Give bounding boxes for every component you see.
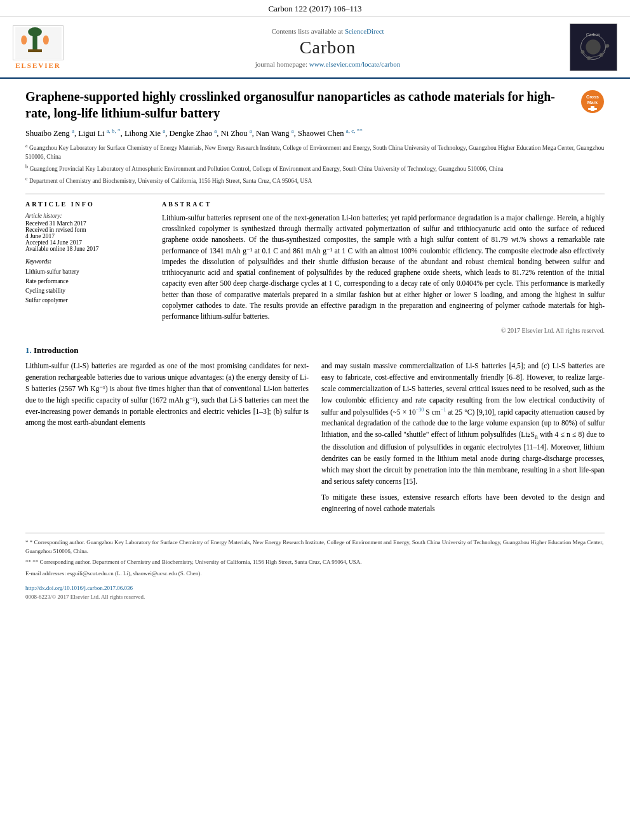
elsevier-text: ELSEVIER <box>15 62 61 69</box>
email-line: E-mail addresses: esguili@scut.edu.cn (L… <box>25 570 605 578</box>
received-revised-label: Received in revised form <box>25 227 149 233</box>
section-title-text: Introduction <box>34 345 79 355</box>
article-title-area: Graphene-supported highly crosslinked or… <box>25 88 605 121</box>
affiliations-section: a Guangzhou Key Laboratory for Surface C… <box>25 142 605 186</box>
article-title-text: Graphene-supported highly crosslinked or… <box>25 88 574 121</box>
svg-text:Cross: Cross <box>586 95 599 99</box>
crossmark-logo[interactable]: Cross Mark <box>580 90 605 114</box>
article-info-abstract: ARTICLE INFO Article history: Received 3… <box>25 201 605 335</box>
keyword-4: Sulfur copolymer <box>25 296 149 305</box>
received-date: Received 31 March 2017 <box>25 220 149 227</box>
intro-col-right: and may sustain massive commercializatio… <box>321 361 605 520</box>
affiliation-b: b Guangdong Provincial Key Laboratory of… <box>25 163 605 173</box>
divider-1 <box>25 194 605 194</box>
affiliation-c: c Department of Chemistry and Biochemist… <box>25 175 605 185</box>
svg-point-4 <box>21 35 27 44</box>
history-label: Article history: <box>25 213 149 219</box>
abstract-text: Lithium-sulfur batteries represent one o… <box>162 213 605 323</box>
keyword-3: Cycling stability <box>25 286 149 296</box>
available-date: Available online 18 June 2017 <box>25 246 149 252</box>
introduction-section: 1. Introduction Lithium-sulfur (Li-S) ba… <box>25 345 605 520</box>
intro-col-left: Lithium-sulfur (Li-S) batteries are rega… <box>25 361 309 520</box>
svg-point-13 <box>605 44 609 48</box>
intro-right-para: and may sustain massive commercializatio… <box>321 361 605 487</box>
keyword-2: Rate performance <box>25 277 149 286</box>
article-info-heading: ARTICLE INFO <box>25 201 149 208</box>
journal-right: Carbon <box>560 23 617 71</box>
intro-right-para-2: To mitigate these issues, extensive rese… <box>321 492 605 515</box>
svg-text:Carbon: Carbon <box>586 32 601 37</box>
abstract-column: ABSTRACT Lithium-sulfur batteries repres… <box>162 201 605 335</box>
svg-rect-21 <box>588 108 597 110</box>
abstract-heading: ABSTRACT <box>162 201 605 208</box>
copyright-notice: © 2017 Elsevier Ltd. All rights reserved… <box>162 327 605 334</box>
section-number: 1. <box>25 345 32 355</box>
footer-area: * * Corresponding author. Guangzhou Key … <box>25 533 605 601</box>
issn-line: 0008-6223/© 2017 Elsevier Ltd. All right… <box>25 593 605 602</box>
received-revised-date: 4 June 2017 <box>25 233 149 239</box>
authors-line: Shuaibo Zeng a, Ligui Li a, b, *, Lihong… <box>25 128 605 138</box>
intro-left-para: Lithium-sulfur (Li-S) batteries are rega… <box>25 361 309 429</box>
footnote-2: ** ** Corresponding author. Department o… <box>25 558 605 567</box>
article-history-group: Article history: Received 31 March 2017 … <box>25 213 149 252</box>
introduction-header: 1. Introduction <box>25 345 605 356</box>
keyword-1: Lithium-sulfur battery <box>25 267 149 277</box>
article-info-column: ARTICLE INFO Article history: Received 3… <box>25 201 149 335</box>
keywords-group: Keywords: Lithium-sulfur battery Rate pe… <box>25 258 149 306</box>
doi-line[interactable]: http://dx.doi.org/10.1016/j.carbon.2017.… <box>25 584 605 593</box>
svg-text:Mark: Mark <box>587 100 598 105</box>
contents-line: Contents lists available at ScienceDirec… <box>95 27 560 35</box>
affiliation-a: a Guangzhou Key Laboratory for Surface C… <box>25 142 605 161</box>
elsevier-logo-image <box>13 25 64 60</box>
journal-title: Carbon <box>95 37 560 58</box>
svg-point-2 <box>28 27 42 37</box>
keywords-label: Keywords: <box>25 258 149 265</box>
homepage-link[interactable]: www.elsevier.com/locate/carbon <box>309 60 400 68</box>
article-body: Graphene-supported highly crosslinked or… <box>0 79 630 611</box>
citation-bar: Carbon 122 (2017) 106–113 <box>0 0 630 17</box>
footnote-1: * * Corresponding author. Guangzhou Key … <box>25 538 605 556</box>
svg-point-5 <box>43 35 48 44</box>
logo-area: ELSEVIER <box>13 25 95 69</box>
elsevier-logo: ELSEVIER <box>13 25 64 69</box>
sciencedirect-link[interactable]: ScienceDirect <box>345 27 384 35</box>
footer-columns: * * Corresponding author. Guangzhou Key … <box>25 538 605 580</box>
svg-point-8 <box>586 39 600 54</box>
footer-left: * * Corresponding author. Guangzhou Key … <box>25 538 605 580</box>
accepted-date: Accepted 14 June 2017 <box>25 239 149 246</box>
journal-thumbnail: Carbon <box>570 23 617 71</box>
citation-text: Carbon 122 (2017) 106–113 <box>268 4 361 13</box>
homepage-line: journal homepage: www.elsevier.com/locat… <box>95 60 560 68</box>
journal-center: Contents lists available at ScienceDirec… <box>95 27 560 68</box>
journal-header: ELSEVIER Contents lists available at Sci… <box>0 17 630 79</box>
introduction-body: Lithium-sulfur (Li-S) batteries are rega… <box>25 361 605 520</box>
svg-rect-3 <box>28 49 42 52</box>
